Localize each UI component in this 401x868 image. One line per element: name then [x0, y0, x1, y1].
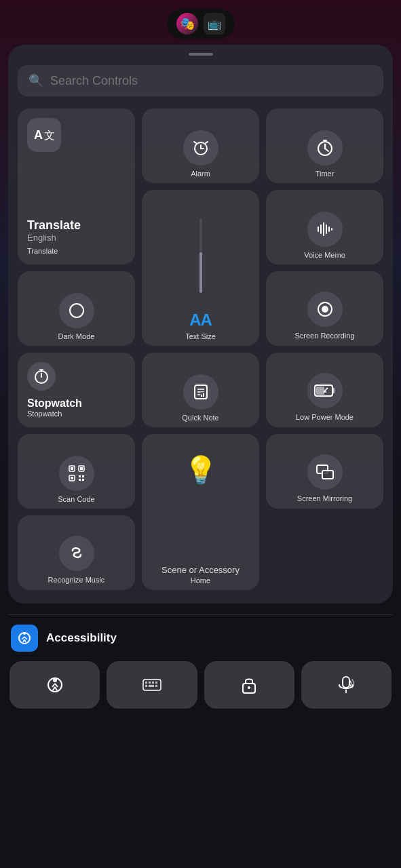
alarm-icon [183, 130, 218, 165]
scan-code-label: Scan Code [58, 495, 94, 503]
svg-line-58 [55, 684, 58, 687]
scan-code-icon [59, 456, 94, 491]
timer-label: Timer [316, 170, 335, 178]
translate-title: Translate [27, 218, 126, 233]
voice-memo-icon [307, 212, 343, 247]
scene-label: Home [161, 576, 240, 585]
svg-rect-45 [79, 479, 81, 481]
svg-rect-67 [149, 685, 154, 687]
svg-rect-43 [79, 475, 81, 477]
quick-note-label: Quick Note [182, 414, 218, 422]
keyboard-shortcut-control[interactable] [107, 661, 197, 709]
dark-mode-icon [59, 293, 94, 328]
tv-icon: 📺 [204, 13, 225, 35]
accessibility-header: Accessibility [8, 625, 393, 652]
translate-label: Translate [27, 247, 126, 255]
status-pill: 🎭 📺 [167, 9, 235, 39]
svg-rect-42 [71, 477, 73, 479]
svg-rect-65 [155, 682, 157, 684]
svg-rect-12 [323, 222, 324, 236]
svg-text:A: A [34, 128, 43, 142]
status-bar: 🎭 📺 [0, 0, 401, 47]
voice-memo-control[interactable]: Voice Memo [266, 190, 383, 264]
svg-rect-13 [326, 224, 327, 234]
stopwatch-title: Stopwatch [27, 397, 82, 410]
translate-control[interactable]: A 文 Translate English Translate [18, 108, 135, 264]
svg-line-5 [194, 142, 196, 143]
svg-rect-29 [201, 395, 202, 397]
accessibility-section: Accessibility [8, 614, 393, 709]
control-center-panel: 🔍 A 文 Translate English Translate [8, 45, 393, 604]
svg-line-6 [206, 142, 208, 143]
text-size-control[interactable]: AA Text Size [142, 190, 259, 346]
drag-handle [189, 53, 213, 56]
timer-icon [307, 130, 343, 165]
accessibility-shortcut-control[interactable] [9, 661, 100, 709]
svg-rect-63 [149, 682, 151, 684]
quick-note-icon [183, 374, 218, 410]
alarm-label: Alarm [191, 170, 210, 178]
svg-rect-62 [145, 682, 147, 684]
translate-icon: A 文 [27, 118, 61, 152]
low-power-icon [307, 373, 343, 408]
search-input[interactable] [50, 74, 373, 88]
svg-line-52 [24, 637, 27, 639]
stopwatch-control[interactable]: Stopwatch Stopwatch [18, 353, 135, 427]
svg-rect-46 [82, 479, 84, 481]
recognize-music-label: Recognize Music [48, 575, 105, 585]
svg-rect-32 [316, 387, 324, 395]
svg-rect-41 [80, 467, 83, 470]
svg-rect-44 [82, 475, 84, 477]
svg-text:文: 文 [44, 130, 55, 141]
screen-mirroring-icon [307, 454, 343, 490]
text-size-slider [199, 201, 202, 311]
svg-rect-15 [331, 228, 332, 231]
low-power-control[interactable]: Low Power Mode [266, 353, 383, 427]
svg-rect-14 [328, 226, 330, 232]
scene-home-control[interactable]: 💡 Scene or Accessory Home [142, 434, 259, 590]
voice-memo-label: Voice Memo [304, 251, 345, 259]
scene-title: Scene or Accessory [161, 565, 240, 575]
screen-recording-label: Screen Recording [294, 331, 354, 340]
stopwatch-label: Stopwatch [27, 410, 82, 418]
translate-subtitle: English [27, 233, 126, 243]
svg-rect-48 [322, 471, 333, 479]
alarm-control[interactable]: Alarm [142, 108, 259, 183]
text-size-aa-label: AA [189, 311, 212, 330]
recognize-music-icon [59, 536, 94, 571]
accessibility-title: Accessibility [46, 631, 117, 645]
scene-icon: 💡 [184, 454, 218, 486]
screen-mirroring-label: Screen Mirroring [297, 494, 352, 503]
svg-rect-10 [318, 226, 319, 232]
quick-note-control[interactable]: Quick Note [142, 353, 259, 427]
stopwatch-icon [27, 362, 56, 391]
screen-recording-icon [307, 292, 343, 327]
svg-rect-71 [343, 677, 349, 688]
search-icon: 🔍 [28, 73, 43, 88]
text-size-label: Text Size [185, 332, 216, 340]
screen-recording-control[interactable]: Screen Recording [266, 271, 383, 346]
timer-control[interactable]: Timer [266, 108, 383, 183]
svg-rect-68 [155, 685, 157, 687]
controls-grid: A 文 Translate English Translate [18, 108, 383, 590]
accessibility-row [8, 661, 393, 709]
svg-point-17 [70, 304, 83, 317]
svg-line-51 [22, 637, 24, 639]
svg-line-54 [24, 639, 26, 642]
recognize-music-control[interactable]: Recognize Music [18, 515, 135, 590]
svg-rect-11 [320, 224, 322, 234]
svg-point-70 [248, 686, 250, 689]
accessibility-icon [11, 625, 38, 652]
scan-code-control[interactable]: Scan Code [18, 434, 135, 509]
dark-mode-label: Dark Mode [58, 332, 95, 340]
svg-rect-40 [71, 467, 73, 470]
lock-shortcut-control[interactable] [204, 661, 294, 709]
dark-mode-control[interactable]: Dark Mode [18, 271, 135, 346]
svg-point-19 [322, 306, 328, 313]
svg-line-60 [55, 687, 57, 690]
search-bar[interactable]: 🔍 [18, 65, 383, 96]
speech-shortcut-control[interactable] [301, 661, 392, 709]
screen-mirroring-control[interactable]: Screen Mirroring [266, 434, 383, 509]
svg-rect-64 [152, 682, 154, 684]
low-power-label: Low Power Mode [296, 412, 354, 422]
